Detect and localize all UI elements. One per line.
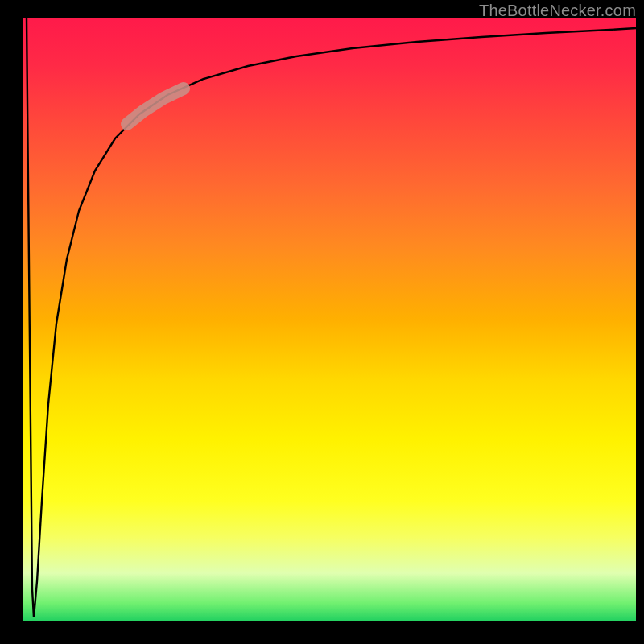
curve-layer [23, 18, 636, 621]
attribution-text: TheBottleNecker.com [479, 2, 636, 20]
bottleneck-curve [27, 18, 636, 617]
chart-stage: TheBottleNecker.com [0, 0, 644, 644]
curve-highlight [127, 89, 184, 124]
plot-area [23, 18, 636, 621]
